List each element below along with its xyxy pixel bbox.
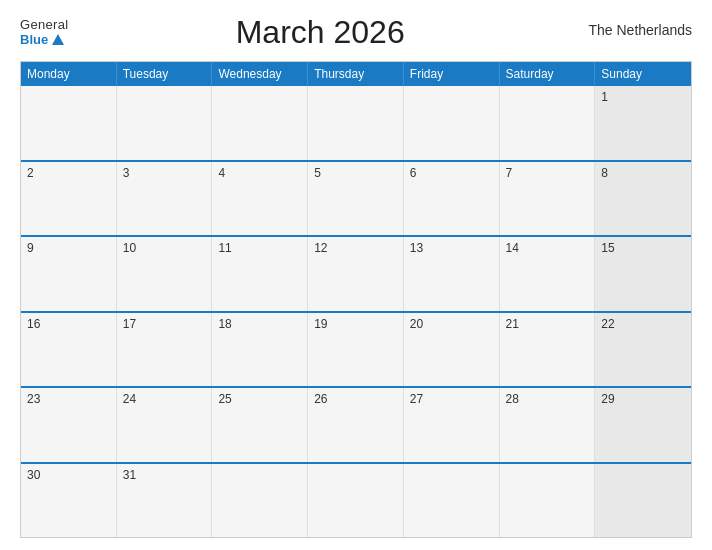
day-cell — [404, 464, 500, 538]
day-headers-row: MondayTuesdayWednesdayThursdayFridaySatu… — [21, 62, 691, 86]
day-cell — [21, 86, 117, 160]
day-cell: 14 — [500, 237, 596, 311]
day-number: 11 — [218, 241, 231, 255]
day-cell: 19 — [308, 313, 404, 387]
day-number: 24 — [123, 392, 136, 406]
week-row-6: 3031 — [21, 462, 691, 538]
day-header-thursday: Thursday — [308, 62, 404, 86]
day-cell — [500, 86, 596, 160]
day-number: 19 — [314, 317, 327, 331]
day-cell: 23 — [21, 388, 117, 462]
day-number: 7 — [506, 166, 513, 180]
day-cell: 6 — [404, 162, 500, 236]
day-number: 8 — [601, 166, 608, 180]
day-cell: 9 — [21, 237, 117, 311]
day-number: 20 — [410, 317, 423, 331]
day-number: 17 — [123, 317, 136, 331]
day-number: 12 — [314, 241, 327, 255]
day-cell: 8 — [595, 162, 691, 236]
day-cell: 21 — [500, 313, 596, 387]
day-number: 13 — [410, 241, 423, 255]
day-cell: 15 — [595, 237, 691, 311]
day-cell — [500, 464, 596, 538]
week-row-4: 16171819202122 — [21, 311, 691, 387]
day-cell: 22 — [595, 313, 691, 387]
day-number: 26 — [314, 392, 327, 406]
day-number: 5 — [314, 166, 321, 180]
day-number: 10 — [123, 241, 136, 255]
day-cell: 3 — [117, 162, 213, 236]
day-cell: 30 — [21, 464, 117, 538]
day-header-saturday: Saturday — [500, 62, 596, 86]
day-number: 9 — [27, 241, 34, 255]
day-cell — [404, 86, 500, 160]
day-cell: 4 — [212, 162, 308, 236]
day-cell: 10 — [117, 237, 213, 311]
day-cell: 20 — [404, 313, 500, 387]
day-cell: 13 — [404, 237, 500, 311]
day-number: 22 — [601, 317, 614, 331]
day-header-wednesday: Wednesday — [212, 62, 308, 86]
day-cell: 11 — [212, 237, 308, 311]
day-number: 18 — [218, 317, 231, 331]
week-row-1: 1 — [21, 86, 691, 160]
day-number: 27 — [410, 392, 423, 406]
day-cell: 29 — [595, 388, 691, 462]
day-cell: 25 — [212, 388, 308, 462]
logo: General Blue — [20, 18, 68, 47]
day-cell: 31 — [117, 464, 213, 538]
day-cell: 12 — [308, 237, 404, 311]
day-number: 30 — [27, 468, 40, 482]
day-header-tuesday: Tuesday — [117, 62, 213, 86]
day-cell: 27 — [404, 388, 500, 462]
day-number: 29 — [601, 392, 614, 406]
day-cell — [212, 86, 308, 160]
week-row-3: 9101112131415 — [21, 235, 691, 311]
day-header-friday: Friday — [404, 62, 500, 86]
day-cell: 24 — [117, 388, 213, 462]
day-cell: 2 — [21, 162, 117, 236]
day-header-sunday: Sunday — [595, 62, 691, 86]
day-number: 2 — [27, 166, 34, 180]
day-cell: 1 — [595, 86, 691, 160]
week-row-2: 2345678 — [21, 160, 691, 236]
day-cell: 26 — [308, 388, 404, 462]
week-row-5: 23242526272829 — [21, 386, 691, 462]
day-number: 31 — [123, 468, 136, 482]
day-header-monday: Monday — [21, 62, 117, 86]
logo-blue-text: Blue — [20, 32, 64, 47]
day-number: 1 — [601, 90, 608, 104]
country-label: The Netherlands — [572, 22, 692, 38]
day-number: 23 — [27, 392, 40, 406]
calendar-title: March 2026 — [68, 14, 572, 51]
day-cell — [117, 86, 213, 160]
day-cell — [308, 464, 404, 538]
day-number: 6 — [410, 166, 417, 180]
day-cell: 7 — [500, 162, 596, 236]
day-number: 15 — [601, 241, 614, 255]
day-number: 3 — [123, 166, 130, 180]
header: General Blue March 2026 The Netherlands — [20, 18, 692, 51]
weeks-container: 1234567891011121314151617181920212223242… — [21, 86, 691, 537]
day-number: 21 — [506, 317, 519, 331]
calendar-grid: MondayTuesdayWednesdayThursdayFridaySatu… — [20, 61, 692, 538]
page: General Blue March 2026 The Netherlands … — [0, 0, 712, 550]
day-number: 25 — [218, 392, 231, 406]
day-number: 4 — [218, 166, 225, 180]
day-cell: 5 — [308, 162, 404, 236]
logo-general-text: General — [20, 18, 68, 32]
day-cell: 18 — [212, 313, 308, 387]
day-number: 28 — [506, 392, 519, 406]
day-cell — [212, 464, 308, 538]
day-number: 14 — [506, 241, 519, 255]
day-number: 16 — [27, 317, 40, 331]
day-cell: 28 — [500, 388, 596, 462]
day-cell: 16 — [21, 313, 117, 387]
day-cell: 17 — [117, 313, 213, 387]
day-cell — [595, 464, 691, 538]
day-cell — [308, 86, 404, 160]
logo-triangle-icon — [52, 34, 64, 45]
